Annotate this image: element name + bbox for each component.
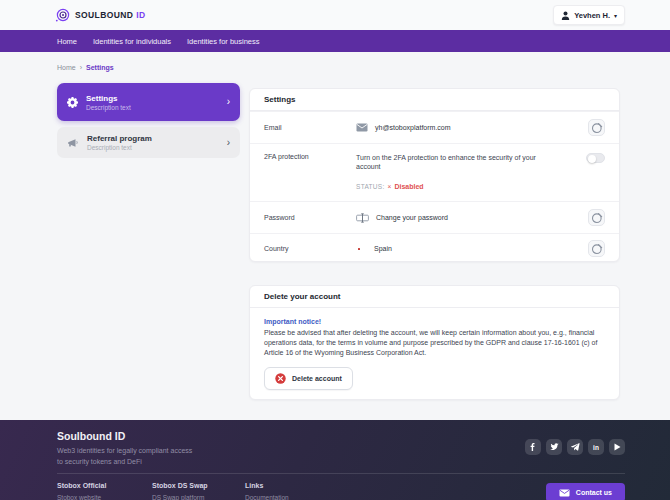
footer-columns: Stobox Official Stobox website Stobox DS…: [57, 482, 335, 500]
settings-panel: Settings Email yh@stoboxplatform.com: [249, 88, 620, 262]
email-row: Email yh@stoboxplatform.com: [250, 111, 619, 143]
breadcrumb-home[interactable]: Home: [57, 64, 76, 71]
footer-col-stobox-ds-swap: Stobox DS Swap: [152, 482, 245, 489]
toggle-knob: [588, 155, 596, 163]
contact-us-label: Contact us: [576, 489, 612, 496]
sidebar-referral-title: Referral program: [87, 134, 219, 143]
nav-item-identities-individuals[interactable]: Identities for individuals: [93, 37, 171, 46]
edit-country-button[interactable]: [588, 240, 605, 257]
breadcrumb-separator: ›: [80, 64, 82, 71]
footer-col-stobox-official: Stobox Official: [57, 482, 152, 489]
brand-name: SOULBOUND ID: [75, 10, 145, 20]
megaphone-icon: [67, 138, 79, 148]
chevron-right-icon: ›: [227, 97, 230, 107]
footer-tagline: Web3 identities for legally compliant ac…: [57, 446, 195, 467]
page: SOULBOUND ID Yevhen H. ▾ Home Identities…: [0, 0, 670, 500]
footer-link[interactable]: Stobox website: [57, 494, 152, 500]
facebook-icon[interactable]: [525, 439, 541, 455]
country-value: Spain: [374, 245, 392, 252]
settings-panel-title: Settings: [250, 89, 619, 111]
spain-flag-icon: [356, 245, 367, 253]
country-row: Country Spain: [250, 233, 619, 262]
country-label: Country: [264, 245, 356, 252]
sidebar-item-referral-program[interactable]: Referral program Description text ›: [57, 127, 240, 158]
telegram-icon[interactable]: [567, 439, 583, 455]
footer: Soulbound ID Web3 identities for legally…: [0, 420, 670, 500]
social-links: in: [525, 439, 625, 455]
delete-account-button[interactable]: Delete account: [264, 367, 353, 390]
linkedin-icon[interactable]: in: [588, 439, 604, 455]
status-label: STATUS:: [356, 183, 385, 190]
delete-panel-title: Delete your account: [250, 286, 619, 308]
nav-item-home[interactable]: Home: [57, 37, 77, 46]
breadcrumb-current: Settings: [86, 64, 114, 71]
user-menu-button[interactable]: Yevhen H. ▾: [553, 5, 625, 25]
soulbound-logo-icon: [55, 8, 70, 23]
delete-account-panel: Delete your account Important notice! Pl…: [249, 285, 620, 400]
envelope-icon: [559, 489, 570, 497]
twitter-icon[interactable]: [546, 439, 562, 455]
breadcrumb: Home › Settings: [57, 64, 114, 71]
password-field-icon: [356, 213, 369, 223]
footer-link[interactable]: DS Swap platform: [152, 494, 245, 500]
brand-logo[interactable]: SOULBOUND ID: [55, 8, 145, 23]
main-nav: Home Identities for individuals Identiti…: [0, 30, 670, 52]
user-icon: [561, 11, 570, 20]
footer-col-links: Links: [245, 482, 335, 489]
chevron-right-icon: ›: [227, 138, 230, 148]
password-label: Password: [264, 214, 356, 221]
important-notice-title: Important notice!: [264, 318, 605, 325]
youtube-icon[interactable]: [609, 439, 625, 455]
sidebar-referral-description: Description text: [87, 144, 219, 151]
important-notice-body: Please be advised that after deleting th…: [264, 328, 609, 358]
password-row: Password Change your password: [250, 201, 619, 233]
delete-cross-icon: [275, 373, 286, 384]
footer-divider: [57, 473, 625, 474]
twofa-row: 2FA protection Turn on the 2FA protectio…: [250, 143, 619, 201]
email-label: Email: [264, 124, 356, 131]
delete-button-label: Delete account: [292, 375, 342, 382]
contact-us-button[interactable]: Contact us: [546, 483, 625, 500]
edit-password-button[interactable]: [588, 209, 605, 226]
content-area: Home › Settings Settings Description tex…: [0, 52, 670, 420]
twofa-label: 2FA protection: [264, 153, 356, 160]
sidebar-settings-description: Description text: [86, 104, 219, 111]
top-header: SOULBOUND ID Yevhen H. ▾: [0, 0, 670, 30]
status-cross-icon: ×: [388, 183, 392, 190]
chevron-down-icon: ▾: [614, 12, 617, 19]
gear-icon: [67, 97, 78, 108]
sidebar-settings-title: Settings: [86, 94, 219, 103]
footer-brand: Soulbound ID: [57, 430, 125, 442]
envelope-icon: [356, 123, 368, 132]
email-value: yh@stoboxplatform.com: [375, 124, 451, 131]
password-value[interactable]: Change your password: [376, 214, 448, 221]
user-name: Yevhen H.: [574, 11, 610, 20]
status-value: Disabled: [394, 183, 423, 190]
twofa-status: STATUS: × Disabled: [356, 183, 558, 190]
sidebar-item-settings[interactable]: Settings Description text ›: [57, 83, 240, 121]
nav-item-identities-business[interactable]: Identities for business: [187, 37, 260, 46]
twofa-toggle[interactable]: [586, 153, 605, 163]
footer-link[interactable]: Documentation: [245, 494, 335, 500]
edit-email-button[interactable]: [588, 119, 605, 136]
twofa-description: Turn on the 2FA protection to enhance th…: [356, 153, 558, 172]
settings-sidebar: Settings Description text › Referral pro…: [57, 83, 240, 158]
